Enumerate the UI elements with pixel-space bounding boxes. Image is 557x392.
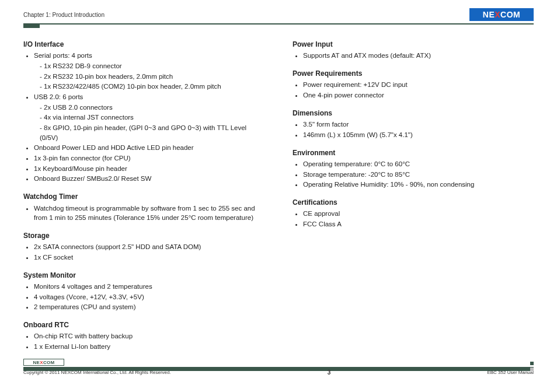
list-item: 2 temperatures (CPU and system) xyxy=(34,302,264,312)
list-item: 1x Keyboard/Mouse pin header xyxy=(34,164,264,174)
chapter-label: Chapter 1: Product Introduction xyxy=(23,12,105,18)
list-item: 1x RS232 DB-9 connector xyxy=(40,61,264,71)
list-item: Watchdog timeout is programmable by soft… xyxy=(34,204,264,223)
list-item: CE approval xyxy=(303,209,534,219)
io-list: Serial ports: 4 ports 1x RS232 DB-9 conn… xyxy=(23,51,264,184)
list-item: 3.5" form factor xyxy=(303,120,534,130)
list-item: 2x SATA connectors (support 2.5" HDD and… xyxy=(34,242,264,252)
list-item: Onboard Power LED and HDD Active LED pin… xyxy=(34,143,264,153)
list-item: One 4-pin power connector xyxy=(303,90,534,100)
power-req-list: Power requirement: +12V DC input One 4-p… xyxy=(293,80,534,100)
list-item: 1x 3-pin fan connector (for CPU) xyxy=(34,153,264,163)
list-item: Storage temperature: -20°C to 85°C xyxy=(303,170,534,180)
sysmon-list: Monitors 4 voltages and 2 temperatures 4… xyxy=(23,282,264,312)
page-number: 3 xyxy=(328,369,331,376)
text: Serial ports: 4 ports xyxy=(34,52,92,59)
list-item: 1x RS232/422/485 (COM2) 10-pin box heade… xyxy=(40,82,264,92)
right-column: Power Input Supports AT and ATX modes (d… xyxy=(293,40,534,357)
header-tab xyxy=(23,23,40,28)
section-title-io: I/O Interface xyxy=(23,40,264,50)
section-title-dimensions: Dimensions xyxy=(293,108,534,118)
content-area: I/O Interface Serial ports: 4 ports 1x R… xyxy=(23,40,534,357)
list-item: 2x RS232 10-pin box headers, 2.0mm pitch xyxy=(40,72,264,82)
dimensions-list: 3.5" form factor 146mm (L) x 105mm (W) (… xyxy=(293,120,534,139)
copyright-text: Copyright © 2011 NEXCOM International Co… xyxy=(23,370,171,375)
section-title-power-req: Power Requirements xyxy=(293,69,534,79)
section-title-sysmon: System Monitor xyxy=(23,271,264,281)
section-title-power-input: Power Input xyxy=(293,40,534,50)
list-item: Onboard Buzzer/ SMBus2.0/ Reset SW xyxy=(34,174,264,184)
list-item: FCC Class A xyxy=(303,219,534,229)
sublist: 1x RS232 DB-9 connector 2x RS232 10-pin … xyxy=(34,61,264,92)
list-item: Monitors 4 voltages and 2 temperatures xyxy=(34,282,264,292)
power-input-list: Supports AT and ATX modes (default: ATX) xyxy=(293,51,534,61)
list-item: 4x via internal JST connectors xyxy=(40,113,264,123)
header-rule xyxy=(23,23,534,24)
list-item: Serial ports: 4 ports 1x RS232 DB-9 conn… xyxy=(34,51,264,92)
section-title-environment: Environment xyxy=(293,148,534,158)
list-item: Supports AT and ATX modes (default: ATX) xyxy=(303,51,534,61)
list-item: 4 voltages (Vcore, +12V, +3.3V, +5V) xyxy=(34,292,264,302)
page-header: Chapter 1: Product Introduction NEXCOM xyxy=(23,8,534,21)
list-item: 2x USB 2.0 connectors xyxy=(40,103,264,113)
page: Chapter 1: Product Introduction NEXCOM I… xyxy=(0,0,557,392)
left-column: I/O Interface Serial ports: 4 ports 1x R… xyxy=(23,40,264,357)
list-item: USB 2.0: 6 ports 2x USB 2.0 connectors 4… xyxy=(34,92,264,142)
section-title-watchdog: Watchdog Timer xyxy=(23,192,264,202)
rtc-list: On-chip RTC with battery backup 1 x Exte… xyxy=(23,331,264,351)
environment-list: Operating temperature: 0°C to 60°C Stora… xyxy=(293,159,534,190)
list-item: 146mm (L) x 105mm (W) (5.7"x 4.1") xyxy=(303,130,534,140)
manual-name: EBC 352 User Manual xyxy=(487,370,534,375)
section-title-cert: Certifications xyxy=(293,198,534,208)
list-item: 8x GPIO, 10-pin pin header, (GPI 0~3 and… xyxy=(40,123,264,142)
sublist: 2x USB 2.0 connectors 4x via internal JS… xyxy=(34,103,264,143)
list-item: On-chip RTC with battery backup xyxy=(34,331,264,341)
list-item: Operating temperature: 0°C to 60°C xyxy=(303,159,534,169)
list-item: Power requirement: +12V DC input xyxy=(303,80,534,90)
footer-logo: NEXCOM xyxy=(23,359,64,366)
section-title-storage: Storage xyxy=(23,231,264,241)
cert-list: CE approval FCC Class A xyxy=(293,209,534,229)
section-title-rtc: Onboard RTC xyxy=(23,320,264,330)
footer-line: Copyright © 2011 NEXCOM International Co… xyxy=(23,369,534,376)
brand-logo-text: NEXCOM xyxy=(483,10,520,19)
watchdog-list: Watchdog timeout is programmable by soft… xyxy=(23,204,264,223)
list-item: 1 x External Li-Ion battery xyxy=(34,342,264,352)
footer-logo-text: NEXCOM xyxy=(33,360,55,365)
list-item: 1x CF socket xyxy=(34,253,264,262)
list-item: Operating Relative Humidity: 10% - 90%, … xyxy=(303,180,534,190)
storage-list: 2x SATA connectors (support 2.5" HDD and… xyxy=(23,242,264,262)
text: USB 2.0: 6 ports xyxy=(34,93,83,100)
brand-logo: NEXCOM xyxy=(469,8,534,21)
